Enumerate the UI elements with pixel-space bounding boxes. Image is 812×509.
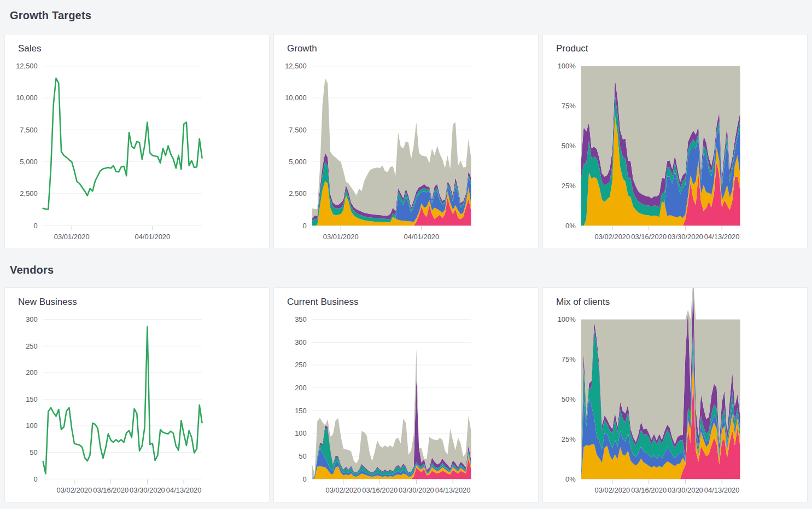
chart-card-product: Product 0%25%50%75%100%03/02/202003/16/2… bbox=[542, 34, 808, 249]
y-axis-label: 200 bbox=[295, 384, 307, 392]
y-axis-label: 2,500 bbox=[20, 189, 37, 198]
x-axis: 03/02/202003/16/202003/30/202004/13/2020 bbox=[594, 479, 739, 494]
growth-stacked-area-chart: 02,5005,0007,50010,00012,50003/01/202004… bbox=[274, 34, 538, 248]
x-axis-label: 03/16/2020 bbox=[362, 486, 398, 494]
x-axis-label: 03/16/2020 bbox=[631, 233, 667, 241]
y-axis-label: 12,500 bbox=[16, 62, 38, 70]
x-axis-label: 03/02/2020 bbox=[56, 486, 92, 494]
current-business-stacked-area-chart: 05010015020025030035003/02/202003/16/202… bbox=[274, 288, 538, 502]
chart-card-current-business: Current Business 05010015020025030035003… bbox=[273, 287, 539, 502]
x-axis-label: 03/02/2020 bbox=[594, 233, 630, 241]
x-axis-label: 04/13/2020 bbox=[435, 486, 471, 494]
y-axis-label: 75% bbox=[562, 102, 576, 110]
y-axis-label: 12,500 bbox=[285, 62, 307, 70]
y-axis-label: 0% bbox=[565, 475, 576, 483]
stacked-series bbox=[312, 78, 471, 225]
y-axis-label: 150 bbox=[26, 395, 38, 403]
x-axis: 03/02/202003/16/202003/30/202004/13/2020 bbox=[325, 479, 470, 494]
y-axis-label: 0 bbox=[34, 475, 38, 483]
chart-card-new-business: New Business 05010015020025030003/02/202… bbox=[4, 287, 270, 502]
y-axis-label: 0% bbox=[565, 222, 576, 230]
chart-title-mix-of-clients: Mix of clients bbox=[556, 297, 610, 308]
y-axis-label: 75% bbox=[562, 355, 576, 363]
y-axis-label: 5,000 bbox=[20, 158, 37, 166]
chart-title-growth: Growth bbox=[287, 43, 317, 54]
chart-title-sales: Sales bbox=[18, 43, 42, 54]
sales-line-chart: 02,5005,0007,50010,00012,50003/01/202004… bbox=[5, 34, 269, 248]
y-axis-label: 50 bbox=[299, 452, 306, 460]
y-axis-label: 350 bbox=[295, 315, 307, 323]
y-axis-label: 250 bbox=[26, 342, 38, 350]
y-axis-label: 100% bbox=[558, 315, 576, 323]
y-axis-label: 150 bbox=[295, 407, 307, 415]
y-axis-label: 250 bbox=[295, 361, 307, 369]
y-axis-label: 5,000 bbox=[289, 158, 306, 166]
x-axis-label: 04/13/2020 bbox=[704, 233, 740, 241]
chart-card-mix-of-clients: Mix of clients 0%25%50%75%100%03/02/2020… bbox=[542, 287, 808, 502]
y-axis-label: 50% bbox=[562, 395, 576, 403]
x-axis-label: 04/01/2020 bbox=[404, 233, 439, 241]
vendors-row: New Business 05010015020025030003/02/202… bbox=[0, 287, 812, 502]
line-series bbox=[43, 327, 202, 473]
x-axis-label: 03/01/2020 bbox=[323, 233, 359, 241]
y-axis-label: 200 bbox=[26, 368, 38, 377]
x-axis-label: 03/02/2020 bbox=[594, 486, 630, 494]
x-axis-label: 03/16/2020 bbox=[631, 486, 667, 494]
x-axis-label: 03/30/2020 bbox=[399, 486, 434, 494]
mix-of-clients-percent-stacked-area-chart: 0%25%50%75%100%03/02/202003/16/202003/30… bbox=[543, 288, 807, 502]
stacked-series bbox=[581, 288, 740, 479]
y-axis-label: 10,000 bbox=[16, 94, 38, 102]
x-axis-label: 03/30/2020 bbox=[130, 486, 165, 494]
x-axis-label: 04/13/2020 bbox=[704, 486, 740, 494]
chart-title-new-business: New Business bbox=[18, 297, 77, 308]
y-axis-label: 100% bbox=[558, 62, 576, 70]
y-axis-label: 2,500 bbox=[289, 189, 306, 198]
y-axis-label: 300 bbox=[26, 315, 38, 323]
x-axis-label: 03/30/2020 bbox=[668, 233, 703, 241]
y-gridlines: 050100150200250300 bbox=[26, 315, 202, 483]
y-axis-label: 50 bbox=[30, 448, 37, 456]
x-axis-label: 03/16/2020 bbox=[93, 486, 128, 494]
x-axis: 03/02/202003/16/202003/30/202004/13/2020 bbox=[56, 479, 201, 494]
chart-title-current-business: Current Business bbox=[287, 297, 358, 308]
y-gridlines: 02,5005,0007,50010,00012,500 bbox=[16, 62, 202, 230]
y-axis-label: 7,500 bbox=[20, 126, 37, 134]
stacked-series bbox=[312, 349, 471, 479]
y-axis-label: 25% bbox=[562, 435, 576, 443]
x-axis: 03/01/202004/01/2020 bbox=[54, 226, 170, 241]
x-axis: 03/01/202004/01/2020 bbox=[323, 226, 439, 241]
x-axis-label: 03/30/2020 bbox=[668, 486, 703, 494]
stacked-series bbox=[581, 66, 740, 226]
chart-card-sales: Sales 02,5005,0007,50010,00012,50003/01/… bbox=[4, 34, 270, 249]
y-axis-label: 7,500 bbox=[289, 126, 306, 134]
section-title-vendors: Vendors bbox=[0, 249, 812, 277]
y-axis-label: 100 bbox=[295, 429, 307, 437]
chart-card-growth: Growth 02,5005,0007,50010,00012,50003/01… bbox=[273, 34, 539, 249]
y-axis-label: 0 bbox=[303, 222, 307, 230]
x-axis-label: 03/02/2020 bbox=[325, 486, 361, 494]
y-axis-label: 300 bbox=[295, 338, 307, 346]
chart-title-product: Product bbox=[556, 43, 588, 54]
y-axis-label: 25% bbox=[562, 182, 576, 190]
y-axis-label: 0 bbox=[34, 222, 38, 230]
new-business-line-chart: 05010015020025030003/02/202003/16/202003… bbox=[5, 288, 269, 502]
y-axis-label: 0 bbox=[303, 475, 307, 483]
dashboard-page: Growth Targets Sales 02,5005,0007,50010,… bbox=[0, 0, 812, 502]
growth-targets-row: Sales 02,5005,0007,50010,00012,50003/01/… bbox=[0, 34, 812, 249]
x-axis-label: 04/13/2020 bbox=[166, 486, 202, 494]
section-title-growth-targets: Growth Targets bbox=[0, 0, 812, 23]
x-axis: 03/02/202003/16/202003/30/202004/13/2020 bbox=[594, 226, 739, 241]
product-percent-stacked-area-chart: 0%25%50%75%100%03/02/202003/16/202003/30… bbox=[543, 34, 807, 248]
y-axis-label: 10,000 bbox=[285, 94, 307, 102]
y-axis-label: 100 bbox=[26, 421, 38, 430]
x-axis-label: 03/01/2020 bbox=[54, 233, 90, 241]
y-axis-label: 50% bbox=[562, 142, 576, 150]
x-axis-label: 04/01/2020 bbox=[135, 233, 170, 241]
